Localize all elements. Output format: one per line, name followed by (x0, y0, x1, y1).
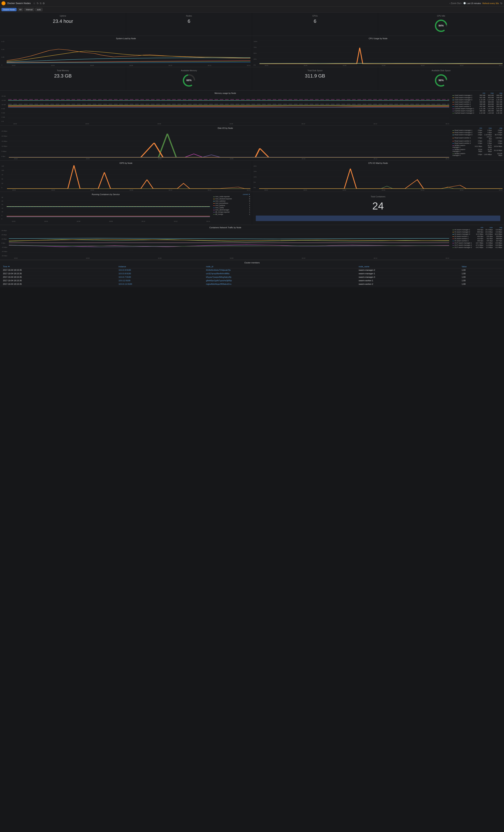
cpu-idle-card: CPU Idle 94% (378, 12, 504, 36)
net-legend-row: IN swarm-worker-3406 Bps675 Bps537 Bps (452, 240, 503, 242)
cpu-idle-gauge: 94% (434, 19, 448, 33)
col-node-name[interactable]: node_name (357, 265, 460, 268)
auto-filter[interactable]: auto (35, 8, 43, 11)
legend-row: Used swarm-manager-31.22 GB1.27 GB1.25 G… (452, 99, 503, 101)
col-instance[interactable]: instance (117, 265, 205, 268)
cpu-usage-panel: CPU Usage by Node 100% 75% 50% 25% 0% (252, 36, 504, 67)
zoom-fwd-icon[interactable]: › (461, 2, 462, 5)
legend-row: Read swarm-worker-30 Bps0 Bps0 Bps (452, 142, 503, 144)
legend-row: Written swarm-manager-19.01 kBps33.31 kB… (452, 144, 503, 148)
app-title: Docker Swarm Nodes (7, 2, 31, 5)
cluster-table: Time ▼ instance node_id node_name Value … (1, 265, 503, 286)
interval-filter[interactable]: Interval (24, 8, 34, 11)
app-logo (1, 1, 5, 5)
legend-min-header: min (478, 92, 486, 94)
cpu-usage-title: CPU Usage by Node (254, 37, 503, 40)
rc-legend-name-header (213, 193, 239, 196)
net-legend-row: IN swarm-worker-1404 Bps676 Bps539 Bps (452, 235, 503, 237)
total-containers-panel: Total Containers 24 (252, 192, 504, 225)
table-row: 2017-10-04 18:15:35 10.0.0.8:9100 urc5j7… (1, 272, 503, 276)
col-value[interactable]: Value (460, 265, 503, 268)
legend-row: Written swarm-manager-215.84 kBps31.40 k… (452, 148, 503, 152)
share-icon[interactable]: ⎘ (40, 2, 42, 5)
cpu-usage-x-axis: 18:02 18:04 18:06 18:08 18:10 18:12 18:1… (260, 64, 503, 66)
uptime-value: 23.4 hour (53, 19, 73, 24)
all-filter[interactable]: All (18, 8, 23, 11)
legend-row: Used swarm-worker-1906 MB968 MB941 MB (452, 101, 503, 103)
cpu-iowait-chart (259, 165, 503, 189)
zoom-out-label[interactable]: Zoom Out (451, 2, 460, 5)
rc-legend-row: mon_cadvisor6 (213, 200, 251, 202)
available-disk-label: Available Disk Space (431, 70, 450, 72)
col-time[interactable]: Time ▼ (1, 265, 117, 268)
running-containers-chart (7, 196, 210, 220)
iops-panel: IOPS by Node 125 100 75 50 25 0 (0, 160, 252, 191)
available-disk-card: Available Disk Space 96% (378, 67, 504, 90)
settings-icon[interactable]: ⚙ (43, 2, 45, 5)
legend-avg-header: avg (495, 92, 503, 94)
network-x-axis: 18:02 18:04 18:06 18:08 18:10 18:12 18:1… (9, 257, 449, 259)
net-legend-row: IN swarm-worker-2413 Bps913 Bps598 Bps (452, 237, 503, 240)
disk-io-chart-area: Disk I/O by Node 25 MBps 20 MBps 15 MBps… (0, 126, 451, 160)
rc-legend-row: mon_dockerd-exporter6 (213, 198, 251, 200)
rc-legend-row: mon_caddy1 (213, 207, 251, 209)
memory-usage-chart-area: Memory usage by Node 15 GB 13 GB 10 GB 8… (0, 90, 451, 125)
nodes-label: Nodes (186, 15, 192, 17)
svg-text:96%: 96% (439, 79, 444, 82)
charts-row-1: System Load by Node 0.15 0.10 0.05 0 (0, 36, 504, 67)
col-node-id[interactable]: node_id (205, 265, 357, 268)
refresh-label[interactable]: Refresh every 30s (482, 2, 499, 4)
net-legend-min-header: min (474, 227, 484, 229)
zoom-controls: ‹ Zoom Out › (450, 2, 462, 5)
system-load-panel: System Load by Node 0.15 0.10 0.05 0 (0, 36, 252, 67)
table-row: 2017-10-04 18:15:35 10.0.0.9:9100 lh54ki… (1, 268, 503, 272)
legend-max-header: max (486, 92, 495, 94)
zoom-back-icon[interactable]: ‹ (450, 2, 450, 5)
table-row: 2017-10-04 18:15:35 10.0.0.11:9100 mgkwf… (1, 282, 503, 286)
nodes-card: Nodes 6 (126, 12, 252, 36)
legend-row: Used swarm-worker-2898 MB904 MB901 MB (452, 103, 503, 105)
legend-row: Cached swarm-manager-31.24 GB1.26 GB1.25… (452, 112, 503, 114)
memory-usage-chart (8, 95, 449, 123)
cpus-label: CPUs (313, 15, 318, 17)
total-memory-card: Total Memory 23.3 GB (0, 67, 126, 90)
refresh-icon[interactable]: ↻ (36, 2, 39, 5)
memory-usage-panel: Memory usage by Node 15 GB 13 GB 10 GB 8… (0, 90, 504, 125)
total-containers-bar (256, 215, 500, 221)
running-containers-title: Running Containers by Service (1, 193, 210, 196)
iops-chart (7, 165, 250, 189)
rc-legend-row: mon_prometheus1 (213, 202, 251, 204)
disk-io-title: Disk I/O by Node (1, 127, 449, 129)
net-legend-avg-header: avg (494, 227, 503, 229)
cpu-usage-chart (260, 40, 503, 64)
refresh-btn[interactable]: ↻ (500, 2, 503, 5)
net-legend-row: IN swarm-manager-312.9 kBps23.9 kBps18.6… (452, 233, 503, 235)
legend-row: Read swarm-manager-30 Bps2.18 kBps38.75 … (452, 134, 503, 136)
topbar: Docker Swarm Nodes ☆ ↻ ⎘ ⚙ ‹ Zoom Out › … (0, 0, 504, 7)
legend-name-header (452, 92, 478, 94)
net-legend-row: OUT swarm-manager-3-19.3 kBps-2.5 kBps-8… (452, 246, 503, 249)
rc-legend-row: mon_grafana1 (213, 204, 251, 207)
containers-row: Running Containers by Service 30 25 20 1… (0, 192, 504, 225)
net-legend-row: IN swarm-manager-2899 Bps24.6 kBps6.6 kB… (452, 231, 503, 233)
legend-row: Cached swarm-manager-2986 MB986 MB986 MB (452, 110, 503, 112)
swarm-node-filter[interactable]: Swarm Node (1, 8, 17, 11)
total-containers-value: 24 (372, 200, 384, 212)
star-icon[interactable]: ☆ (33, 2, 35, 5)
cpu-iowait-panel: CPU IO Wait by Node 20% 15% 10% 5% 0% (252, 160, 504, 191)
legend-row: Read swarm-manager-10 Bps0 Bps0 Bps (452, 129, 503, 131)
system-load-title: System Load by Node (1, 37, 250, 40)
net-legend-row: OUT swarm-manager-1-19.7 kBps-2.2 kBps-8… (452, 242, 503, 244)
legend-row: Read swarm-worker-10 Bps273.07 Bps4.84 B… (452, 136, 503, 140)
table-row: 2017-10-04 18:15:35 10.0.12:9100 g8ekl0p… (1, 279, 503, 282)
available-memory-card: Available Memory 66% (126, 67, 252, 90)
running-containers-x-axis: 18:02 18:04 18:06 18:08 18:10 18:12 18:1… (7, 220, 210, 222)
system-load-y-axis: 0.15 0.10 0.05 0 (1, 40, 5, 66)
svg-text:94%: 94% (439, 24, 444, 27)
topbar-right: ‹ Zoom Out › 🕐 Last 15 minutes Refresh e… (450, 2, 503, 5)
system-load-x-axis: 18:02 18:04 18:06 18:08 18:10 18:12 18:1… (7, 64, 250, 66)
uptime-card: Uptime 23.4 hour (0, 12, 126, 36)
disk-legend-avg-header: avg (493, 127, 503, 129)
cluster-panel: Cluster members Time ▼ instance node_id … (0, 260, 504, 287)
disk-legend-min-header: min (474, 127, 483, 129)
